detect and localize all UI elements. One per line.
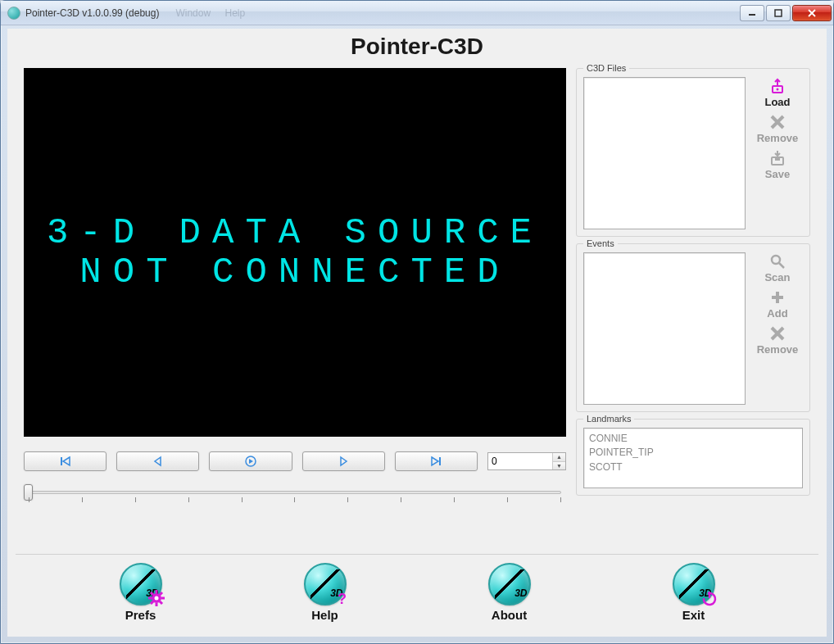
exit-button[interactable]: 3D Exit bbox=[673, 563, 715, 622]
window-title: Pointer-C3D v1.0.0.99 (debug) bbox=[25, 7, 159, 19]
help-button[interactable]: 3D ? Help bbox=[304, 563, 347, 622]
landmarks-list[interactable]: CONNIE POINTER_TIP SCOTT bbox=[583, 428, 803, 488]
close-button[interactable] bbox=[792, 5, 832, 21]
svg-rect-11 bbox=[439, 457, 441, 465]
save-label: Save bbox=[765, 168, 790, 180]
viewport-3d[interactable]: 3-D DATA SOURCE NOT CONNECTED bbox=[24, 68, 566, 437]
exit-label: Exit bbox=[682, 608, 705, 622]
remove-event-button[interactable]: Remove bbox=[753, 324, 802, 356]
remove-file-label: Remove bbox=[757, 132, 799, 144]
landmark-item[interactable]: POINTER_TIP bbox=[589, 446, 797, 460]
add-event-button[interactable]: Add bbox=[753, 288, 802, 320]
svg-point-18 bbox=[772, 256, 780, 264]
gear-icon bbox=[148, 590, 165, 606]
play-button[interactable] bbox=[209, 451, 292, 471]
goto-end-button[interactable] bbox=[395, 451, 478, 471]
events-label: Events bbox=[583, 238, 618, 248]
close-icon bbox=[808, 9, 816, 17]
svg-marker-9 bbox=[341, 457, 347, 465]
viewport-line2: NOT CONNECTED bbox=[79, 252, 510, 292]
step-forward-button[interactable] bbox=[302, 451, 385, 471]
slider-track bbox=[29, 491, 561, 494]
svg-line-19 bbox=[779, 263, 784, 268]
about-label: About bbox=[492, 608, 527, 622]
remove-file-icon bbox=[768, 113, 786, 131]
svg-point-25 bbox=[154, 596, 158, 601]
timeline-slider[interactable] bbox=[24, 479, 566, 506]
scan-button[interactable]: Scan bbox=[753, 252, 802, 283]
load-button[interactable]: Load bbox=[753, 77, 802, 108]
exit-icon: 3D bbox=[673, 563, 715, 605]
c3d-files-list[interactable] bbox=[583, 77, 746, 229]
transport-controls: ▲ ▼ bbox=[24, 451, 566, 471]
minimize-icon bbox=[748, 9, 756, 17]
events-list[interactable] bbox=[583, 252, 746, 405]
svg-text:?: ? bbox=[338, 591, 347, 606]
svg-marker-6 bbox=[155, 457, 161, 465]
frame-field[interactable] bbox=[488, 453, 552, 469]
add-icon bbox=[768, 288, 786, 306]
minimize-button[interactable] bbox=[740, 5, 764, 21]
prefs-label: Prefs bbox=[125, 608, 156, 622]
viewport-line1: 3-D DATA SOURCE bbox=[47, 213, 543, 252]
menu-window[interactable]: Window bbox=[175, 7, 211, 19]
app-icon bbox=[7, 7, 20, 20]
app-window: Pointer-C3D v1.0.0.99 (debug) Window Hel… bbox=[0, 0, 834, 644]
skip-last-icon bbox=[429, 455, 442, 468]
svg-marker-5 bbox=[63, 457, 70, 465]
landmarks-label: Landmarks bbox=[583, 414, 634, 424]
scan-icon bbox=[768, 252, 786, 270]
about-button[interactable]: 3D About bbox=[488, 563, 531, 622]
about-icon: 3D bbox=[488, 563, 531, 605]
svg-rect-17 bbox=[775, 157, 780, 161]
remove-event-icon bbox=[768, 324, 786, 342]
frame-spinner: ▲ ▼ bbox=[552, 453, 565, 469]
landmarks-group: Landmarks CONNIE POINTER_TIP SCOTT bbox=[576, 419, 810, 496]
c3d-files-group: C3D Files Load bbox=[576, 68, 810, 237]
goto-start-button[interactable] bbox=[24, 451, 107, 471]
main-row: 3-D DATA SOURCE NOT CONNECTED bbox=[7, 68, 827, 542]
spin-up-button[interactable]: ▲ bbox=[553, 453, 565, 462]
titlebar: Pointer-C3D v1.0.0.99 (debug) Window Hel… bbox=[1, 1, 833, 25]
landmark-item[interactable]: SCOTT bbox=[589, 460, 797, 474]
svg-point-13 bbox=[777, 88, 779, 91]
save-button[interactable]: Save bbox=[753, 149, 802, 180]
app-title: Pointer-C3D bbox=[7, 29, 827, 68]
power-icon bbox=[701, 590, 718, 606]
help-label: Help bbox=[311, 608, 338, 622]
play-icon bbox=[244, 455, 257, 468]
step-forward-icon bbox=[337, 455, 350, 468]
remove-file-button[interactable]: Remove bbox=[753, 113, 802, 144]
events-group: Events Scan bbox=[576, 243, 810, 412]
svg-line-32 bbox=[160, 592, 162, 595]
landmark-item[interactable]: CONNIE bbox=[589, 432, 797, 446]
prefs-button[interactable]: 3D Prefs bbox=[120, 563, 162, 622]
slider-ticks bbox=[29, 497, 561, 502]
svg-line-31 bbox=[160, 601, 162, 604]
step-back-icon bbox=[152, 455, 165, 468]
skip-first-icon bbox=[59, 455, 72, 468]
svg-rect-1 bbox=[775, 10, 782, 16]
svg-marker-8 bbox=[249, 459, 253, 464]
add-label: Add bbox=[767, 307, 787, 320]
menu-help[interactable]: Help bbox=[224, 7, 245, 19]
save-icon bbox=[768, 149, 786, 167]
step-back-button[interactable] bbox=[116, 451, 199, 471]
load-icon bbox=[768, 77, 786, 95]
load-label: Load bbox=[764, 96, 790, 108]
right-column: C3D Files Load bbox=[576, 68, 810, 542]
help-icon: 3D ? bbox=[304, 563, 347, 605]
maximize-icon bbox=[774, 9, 782, 17]
maximize-button[interactable] bbox=[766, 5, 791, 21]
frame-number-input[interactable]: ▲ ▼ bbox=[487, 452, 566, 470]
scan-label: Scan bbox=[764, 271, 790, 283]
prefs-icon: 3D bbox=[120, 563, 162, 605]
svg-marker-10 bbox=[432, 457, 438, 465]
client-area: Pointer-C3D 3-D DATA SOURCE NOT CONNECTE… bbox=[7, 29, 827, 637]
question-icon: ? bbox=[333, 590, 349, 606]
remove-event-label: Remove bbox=[757, 343, 799, 356]
svg-line-33 bbox=[151, 601, 153, 604]
window-controls bbox=[738, 5, 832, 21]
spin-down-button[interactable]: ▼ bbox=[553, 462, 565, 470]
svg-line-30 bbox=[151, 592, 153, 595]
